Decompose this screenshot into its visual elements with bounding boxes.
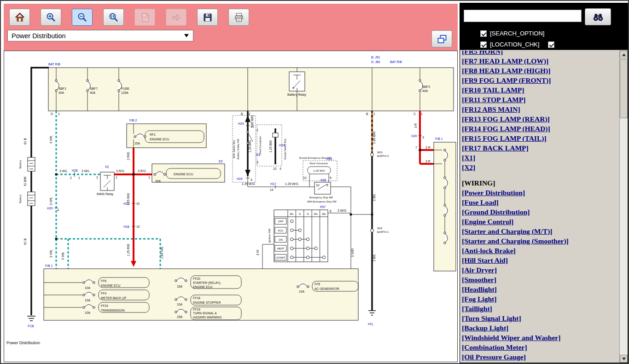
diagram-link[interactable]: [Smoother] [462,275,619,284]
diagram-link[interactable]: [Starter and Charging (Smoother)] [462,236,619,246]
search-button[interactable] [585,8,611,25]
ignition-column-header: M1 [314,213,318,215]
diagram-link[interactable]: [Starter and Charging (M/T)] [462,226,619,236]
search-option-checkbox[interactable] [480,30,487,37]
zoom-out-icon [77,12,88,23]
diagram-link[interactable]: [Turn Signal Light] [462,313,619,323]
diagram-link[interactable]: [Backup Light] [462,323,619,333]
connector-label: H26 [123,202,129,205]
zoom-original-button[interactable] [103,9,124,26]
diagram-label: 1.25 B/G [248,140,251,153]
diagram-label: 10 [303,176,307,179]
search-sidebar: [SEARCH_OPTION] [LOCATION_CHK] [FR5 HORN… [460,3,628,363]
diagram-link[interactable]: [Horn] [462,362,619,363]
diagram-link[interactable]: [Taillight] [462,304,619,313]
binoculars-icon [592,12,604,23]
toolbar: Power Distribution [4,4,458,51]
diagram-label: 3 W/L [49,197,52,205]
diagram-link[interactable]: [FR15 FOG LAMP (TAIL)] [462,133,619,143]
diagram-link[interactable]: [Air Dryer] [462,265,619,275]
diagram-link[interactable]: [X2] [462,162,619,172]
diagram-label: STARTER (RELAY), [193,281,221,285]
diagram-link[interactable]: [Ground Distribution] [462,207,619,217]
diagram-link[interactable]: [Fuse Load] [462,197,619,207]
diagram-label: 14 [270,188,274,191]
connector-label: H28 [72,169,78,172]
fit-page-button[interactable] [134,9,155,26]
diagram-link[interactable]: [FR11 STOP LAMP] [462,95,619,104]
diagram-link[interactable]: [FR10 TAIL LAMP] [462,85,619,95]
connector-label: F/B 1 [435,137,443,140]
diagram-label: ENGINE STOPPER [193,301,221,304]
chevron-down-icon [184,34,189,37]
diagram-label: 3 R/G [116,169,124,173]
diagram-link[interactable]: [FR12 ABS MAIN] [462,104,619,114]
save-button[interactable] [197,9,218,26]
diagram-label: 4 [280,167,281,170]
diagram-link[interactable]: [FR5 HORN] [462,51,619,56]
diagram-label: Power Distribution [6,341,40,345]
diagram-link[interactable]: [Oil Pressure Gauge] [462,352,619,362]
location-chk-checkbox[interactable] [480,41,487,48]
diagram-label: Short Connector [309,162,328,165]
new-window-button[interactable] [431,30,452,47]
diagram-label: Battery Relay [287,93,306,97]
diagram-link[interactable]: [Hill Start Aid] [462,255,619,265]
scroll-down-button[interactable] [620,355,628,363]
diagram-link[interactable]: [FR8 HEAD LAMP (HIGH)] [462,66,619,75]
diagram-label: 125A [121,91,128,94]
diagram-link[interactable]: [Windshield Wiper and Washer] [462,333,619,342]
diagram-label: 10A [85,299,91,302]
diagram-link[interactable]: [Power Distribution] [462,188,619,197]
diagram-link[interactable]: [Headlight] [462,284,619,294]
connector-label: E9 [219,160,223,163]
diagram-select[interactable]: Power Distribution [7,30,193,41]
print-button[interactable] [228,9,249,26]
diagram-link[interactable]: [FR9 FOG LAMP (FRONT)] [462,75,619,85]
diagram-label: FF24 [101,304,108,307]
location-extra-checkbox[interactable] [548,41,554,48]
triangle-down-icon [622,358,626,360]
diagram-label: With Switch Box [233,140,235,158]
connector-label: BAT R/B [390,60,402,64]
zoom-in-button[interactable] [41,9,61,26]
scroll-up-button[interactable] [620,51,628,58]
diagram-link[interactable]: [Engine Control] [462,217,619,226]
diagram-label: 1 [421,112,423,116]
diagram-label: TURN SIGNAL & [193,312,217,315]
home-button[interactable] [9,9,30,26]
diagram-canvas[interactable]: BAT R/BB: J51D: J60BAT R/BSBF140ASBF740A… [4,51,458,362]
diagram-label: 2 B/L [373,254,376,261]
diagram-label: TRANSMISSION [101,309,125,312]
connector-label: K57 [320,205,326,208]
diagram-label: 10 [136,225,140,228]
diagram-link[interactable]: [Combination Meter] [462,342,619,352]
diagram-label: 10 [316,184,320,187]
diagram-label: 3 R [414,123,417,128]
connector-label: X2 [105,165,109,168]
search-input[interactable] [464,10,582,22]
diagram-link[interactable]: [Anti-lock Brake] [462,246,619,255]
diagram-label: 2 [70,176,72,179]
search-option-label: [SEARCH_OPTION] [490,30,544,37]
scrollbar-thumb[interactable] [620,59,628,118]
diagram-select-value: Power Distribution [12,32,66,40]
ignition-row-label: HEAT [277,247,285,250]
diagram-label: SBF2 [422,85,430,88]
connector-label: F/B 1 [45,264,52,267]
ignition-row-label: ON [279,238,283,241]
diagram-link[interactable]: [Fog Light] [462,294,619,304]
sidebar-scrollbar[interactable] [619,51,628,363]
connector-label: K63 [326,157,332,161]
list-spacer [462,172,619,178]
diagram-link[interactable]: [FR7 HEAD LAMP (LOW)] [462,56,619,66]
forward-button[interactable] [166,9,186,26]
diagram-link[interactable]: [FR14 FOG LAMP (HEAD)] [462,124,619,133]
diagram-link[interactable]: [X1] [462,153,619,162]
diagram-link[interactable]: [FR17 BACK LAMP] [462,143,619,153]
zoom-out-button[interactable] [72,9,93,26]
forward-arrow-icon [171,12,182,23]
diagram-label: HAZARD WARNING [193,316,221,319]
diagram-link[interactable]: [FR13 FOG LAMP (REAR)] [462,114,619,124]
diagram-label: 1 [116,176,117,179]
